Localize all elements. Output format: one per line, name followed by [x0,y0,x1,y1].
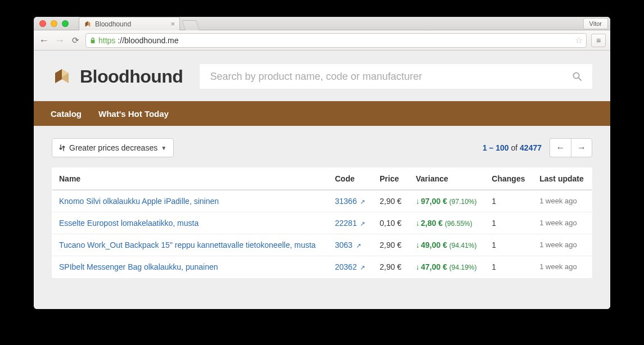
col-changes[interactable]: Changes [485,168,533,190]
page-header: Bloodhound [34,51,610,101]
product-code-link[interactable]: 22281 [335,219,357,228]
external-link-icon[interactable]: ↗ [360,198,365,205]
variance-cell: ↓47,00 € (94.19%) [409,256,485,278]
col-last-update[interactable]: Last update [533,168,592,190]
page-range: 1 – 100 [483,143,509,152]
content-area: Greater prices decreases ▼ 1 – 100 of 42… [34,126,610,290]
last-update-cell: 1 week ago [533,256,592,278]
address-bar: ← → ⟳ https://bloodhound.me ☆ ≡ [34,30,610,51]
arrow-down-icon: ↓ [416,240,420,249]
nav-catalog[interactable]: Catalog [51,109,82,119]
menu-button[interactable]: ≡ [591,34,606,47]
col-code[interactable]: Code [328,168,373,190]
table-row: Tucano Work_Out Backpack 15" reppu kanne… [52,234,592,256]
product-code-link[interactable]: 3063 [335,240,353,249]
last-update-cell: 1 week ago [533,190,592,212]
variance-cell: ↓2,80 € (96.55%) [409,212,485,234]
changes-cell: 1 [485,234,533,256]
product-code-link[interactable]: 31366 [335,197,357,206]
arrow-down-icon: ↓ [416,262,420,271]
price-cell: 2,90 € [373,256,409,278]
tab-title: Bloodhound [95,20,131,28]
tab-strip: Bloodhound × [79,17,198,30]
price-cell: 2,90 € [373,234,409,256]
arrow-down-icon: ↓ [416,197,420,206]
changes-cell: 1 [485,256,533,278]
nav-whats-hot[interactable]: What's Hot Today [98,109,169,119]
window-titlebar: Bloodhound × Vitor [34,17,610,30]
url-input[interactable]: https://bloodhound.me ☆ [85,33,587,48]
product-name-link[interactable]: Knomo Silvi olkalaukku Apple iPadille, s… [59,197,219,206]
external-link-icon[interactable]: ↗ [356,242,361,249]
bookmark-star-icon[interactable]: ☆ [575,35,583,46]
window-controls [34,20,69,27]
sort-dropdown[interactable]: Greater prices decreases ▼ [52,138,174,157]
sort-icon [59,144,66,151]
page-content: Bloodhound Catalog What's Hot Today Grea… [34,51,610,309]
table-row: SPIbelt Messenger Bag olkalaukku, punain… [52,256,592,278]
url-host: ://bloodhound.me [118,36,178,45]
lock-icon [89,37,96,44]
table-row: Knomo Silvi olkalaukku Apple iPadille, s… [52,190,592,212]
chevron-down-icon: ▼ [161,145,166,151]
controls-row: Greater prices decreases ▼ 1 – 100 of 42… [52,138,592,157]
profile-button[interactable]: Vitor [583,18,608,29]
search-box [200,64,592,89]
browser-window: Bloodhound × Vitor ← → ⟳ https://bloodho… [34,17,610,309]
external-link-icon[interactable]: ↗ [360,220,365,227]
browser-tab[interactable]: Bloodhound × [79,17,180,30]
url-scheme: https [98,36,115,45]
search-icon[interactable] [572,71,582,81]
logo-icon [52,66,72,87]
changes-cell: 1 [485,212,533,234]
last-update-cell: 1 week ago [533,212,592,234]
minimize-window-button[interactable] [51,20,57,27]
close-window-button[interactable] [39,20,46,27]
last-update-cell: 1 week ago [533,234,592,256]
results-table: Name Code Price Variance Changes Last up… [52,167,592,278]
next-page-button[interactable]: → [571,138,592,157]
main-nav: Catalog What's Hot Today [34,101,610,126]
arrow-down-icon: ↓ [416,219,420,228]
col-variance[interactable]: Variance [409,168,485,190]
brand[interactable]: Bloodhound [52,66,183,87]
table-header-row: Name Code Price Variance Changes Last up… [52,168,592,190]
changes-cell: 1 [485,190,533,212]
product-code-link[interactable]: 20362 [335,262,357,271]
product-name-link[interactable]: Tucano Work_Out Backpack 15" reppu kanne… [59,240,316,249]
of-word: of [511,143,517,152]
svg-line-7 [579,78,582,81]
table-row: Esselte Europost lomakelaatikko, musta22… [52,212,592,234]
favicon-icon [84,20,92,28]
forward-button[interactable]: → [54,35,65,46]
reload-button[interactable]: ⟳ [70,36,81,44]
variance-cell: ↓97,00 € (97.10%) [409,190,485,212]
svg-marker-1 [85,21,88,26]
svg-rect-2 [91,40,95,43]
price-cell: 0,10 € [373,212,409,234]
svg-marker-4 [55,69,62,83]
variance-cell: ↓49,00 € (94.41%) [409,234,485,256]
product-name-link[interactable]: Esselte Europost lomakelaatikko, musta [59,219,199,228]
product-name-link[interactable]: SPIbelt Messenger Bag olkalaukku, punain… [59,262,218,271]
search-input[interactable] [210,71,572,83]
price-cell: 2,90 € [373,190,409,212]
page-total: 42477 [520,143,542,152]
back-button[interactable]: ← [38,35,49,46]
maximize-window-button[interactable] [62,20,69,27]
pagination-info: 1 – 100 of 42477 [483,143,542,152]
sort-label: Greater prices decreases [69,143,157,152]
pagination-buttons: ← → [550,138,592,157]
col-name[interactable]: Name [52,168,328,190]
external-link-icon[interactable]: ↗ [360,264,365,271]
prev-page-button[interactable]: ← [550,138,571,157]
app-name: Bloodhound [80,66,183,87]
new-tab-button[interactable] [182,20,200,30]
close-tab-icon[interactable]: × [170,20,175,28]
col-price[interactable]: Price [373,168,409,190]
